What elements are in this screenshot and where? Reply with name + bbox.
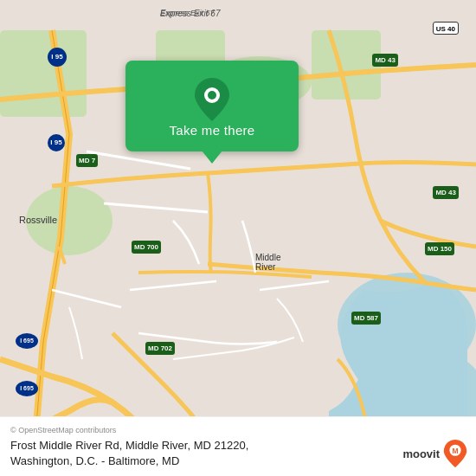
badge-i695-left: I 695 — [16, 333, 38, 349]
badge-md43-mid: MD 43 — [433, 186, 459, 199]
badge-md7-left: MD 7 — [76, 154, 98, 167]
badge-md150: MD 150 — [425, 242, 454, 255]
badge-i95: I 95 — [48, 134, 65, 151]
badge-md700: MD 700 — [132, 241, 161, 254]
bottom-bar: © OpenStreetMap contributors Frost Middl… — [0, 416, 476, 476]
badge-us40: US 40 — [433, 22, 459, 35]
badge-i95-top: I 95 — [48, 48, 67, 67]
address-line: Frost Middle River Rd, Middle River, MD … — [10, 438, 466, 469]
badge-md43-top: MD 43 — [372, 54, 398, 67]
attribution: © OpenStreetMap contributors — [10, 426, 466, 434]
svg-text:M: M — [452, 447, 458, 455]
svg-point-9 — [208, 91, 216, 100]
badge-md587: MD 587 — [351, 312, 381, 325]
badge-md702: MD 702 — [145, 342, 175, 355]
badge-i695-bottom: I 695 — [16, 381, 38, 396]
moovit-icon: M — [443, 440, 467, 467]
take-me-there-button[interactable]: Take me there — [163, 119, 262, 141]
map-pin — [195, 78, 229, 113]
svg-point-4 — [26, 186, 113, 255]
moovit-logo: moovit M — [402, 440, 467, 467]
map-tooltip: Take me there — [125, 61, 299, 151]
svg-rect-3 — [0, 30, 87, 117]
map-container: I 95 I 95 I 695 I 695 US 40 MD 7 MD 7 MD… — [0, 0, 476, 476]
moovit-text: moovit — [402, 447, 440, 460]
